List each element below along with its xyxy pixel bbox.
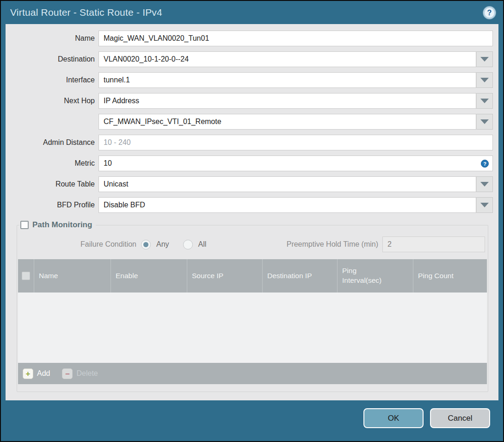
next-hop-type-dropdown-button[interactable] [476,93,493,109]
chevron-down-icon [480,78,489,82]
destination-dropdown-button[interactable] [476,51,493,67]
minus-icon: – [62,368,73,379]
path-monitoring-checkbox[interactable] [20,221,29,229]
cancel-button[interactable]: Cancel [430,408,490,428]
metric-label: Metric [6,159,98,168]
chevron-down-icon [480,182,489,187]
bfd-profile-input[interactable] [98,197,476,213]
add-button[interactable]: + Add [23,368,50,379]
destination-input[interactable] [98,51,476,67]
route-table-label: Route Table [6,180,98,188]
next-hop-type-input[interactable] [98,93,476,109]
preemptive-hold-time-label: Preemptive Hold Time (min) [287,240,382,249]
form-panel: Name Destination Interface Next Hop [6,24,498,400]
next-hop-address-input[interactable] [98,114,476,130]
form-row-bfd-profile: BFD Profile [6,197,493,213]
preemptive-hold-time-group: Preemptive Hold Time (min) [287,237,487,252]
select-all-checkbox[interactable] [22,272,30,280]
admin-distance-label: Admin Distance [6,138,98,147]
form-row-next-hop: Next Hop [6,93,493,109]
path-monitoring-title: Path Monitoring [32,220,92,230]
dialog-title: Virtual Router - Static Route - IPv4 [10,7,162,18]
column-header-destination-ip[interactable]: Destination IP [263,259,338,293]
radio-all-label: All [198,240,207,249]
failure-condition-row: Failure Condition Any All Preemptive Hol… [18,236,487,253]
form-row-metric: Metric ? [6,156,493,171]
form-row-interface: Interface [6,72,493,88]
form-row-name: Name [6,31,493,46]
destination-label: Destination [6,55,98,63]
name-label: Name [6,34,98,43]
interface-label: Interface [6,76,98,84]
interface-dropdown-button[interactable] [476,72,493,88]
form-row-destination: Destination [6,51,493,67]
column-header-name[interactable]: Name [34,259,111,293]
radio-selected-icon [141,240,151,249]
column-header-source-ip[interactable]: Source IP [187,259,263,293]
dialog-buttons-bar: OK Cancel [1,400,503,428]
select-all-cell [18,259,34,293]
plus-icon: + [23,368,33,379]
chevron-down-icon [480,119,489,124]
column-header-ping-count[interactable]: Ping Count [413,259,487,293]
interface-input[interactable] [98,72,476,88]
chevron-down-icon [480,203,489,207]
delete-button-label: Delete [76,369,98,378]
route-table-input[interactable] [98,176,476,192]
next-hop-address-dropdown-button[interactable] [476,114,493,130]
name-input[interactable] [98,31,493,46]
admin-distance-input[interactable] [98,135,493,150]
metric-hint-icon[interactable]: ? [481,160,489,168]
preemptive-hold-time-input[interactable] [382,237,485,252]
ok-button[interactable]: OK [363,408,424,428]
next-hop-label: Next Hop [6,97,98,105]
form-row-route-table: Route Table [6,176,493,192]
delete-button[interactable]: – Delete [62,368,98,379]
radio-unselected-icon [183,240,193,249]
help-icon[interactable]: ? [483,6,496,19]
failure-condition-all-radio[interactable]: All [183,240,207,249]
chevron-down-icon [480,99,489,103]
add-button-label: Add [37,369,50,378]
chevron-down-icon [480,57,489,62]
radio-any-label: Any [156,240,169,249]
failure-condition-label: Failure Condition [18,240,141,249]
bfd-profile-label: BFD Profile [6,201,98,209]
column-header-enable[interactable]: Enable [111,259,187,293]
table-header: Name Enable Source IP Destination IP Pin… [18,259,487,293]
path-monitoring-section: Path Monitoring Failure Condition Any Al… [17,220,488,392]
dialog-titlebar: Virtual Router - Static Route - IPv4 ? [1,1,503,24]
route-table-dropdown-button[interactable] [476,176,493,192]
failure-condition-any-radio[interactable]: Any [141,240,169,249]
table-footer: + Add – Delete [18,363,487,384]
form-row-next-hop-address [6,114,493,130]
column-header-ping-interval[interactable]: Ping Interval(sec) [338,259,413,293]
table-body-empty [18,293,487,363]
metric-input[interactable] [98,156,493,171]
bfd-profile-dropdown-button[interactable] [476,197,493,213]
path-monitoring-table: Name Enable Source IP Destination IP Pin… [18,259,487,384]
form-row-admin-distance: Admin Distance [6,135,493,150]
virtual-router-static-route-dialog: Virtual Router - Static Route - IPv4 ? N… [0,0,504,442]
path-monitoring-legend: Path Monitoring [19,220,96,230]
